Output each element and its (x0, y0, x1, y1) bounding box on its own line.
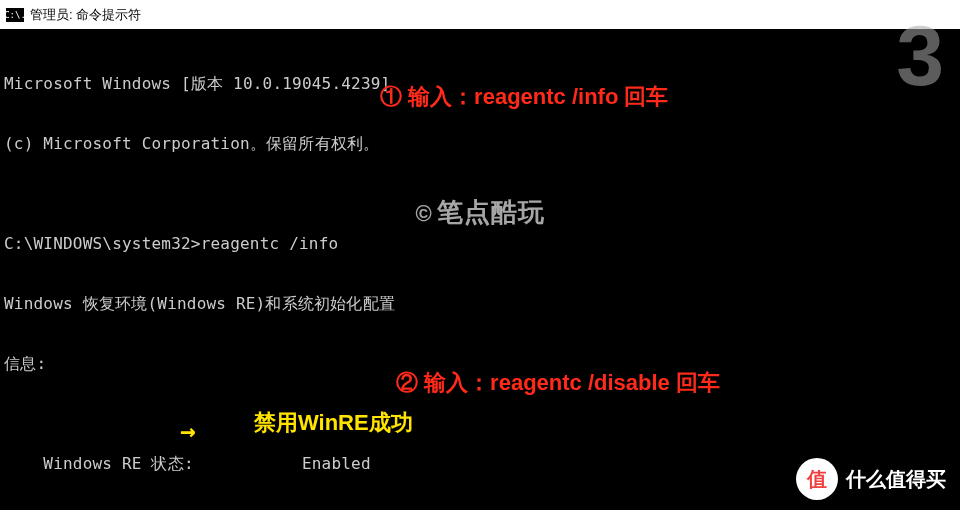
logo-icon: 值 (796, 458, 838, 500)
out-line: Windows 恢复环境(Windows RE)和系统初始化配置 (4, 294, 956, 314)
annotation-step-2: ② 输入：reagentc /disable 回车 (396, 368, 720, 398)
copyright-icon: © (415, 201, 432, 226)
step-number-watermark: 3 (896, 6, 944, 105)
arrow-icon: → (180, 416, 196, 446)
window-title: 管理员: 命令提示符 (30, 6, 141, 24)
annotation-step-1: ① 输入：reagentc /info 回车 (380, 82, 668, 112)
titlebar[interactable]: C:\. 管理员: 命令提示符 (0, 0, 960, 30)
brand-watermark: 值 什么值得买 (796, 458, 946, 500)
prompt-line: C:\WINDOWS\system32>reagentc /info (4, 234, 956, 254)
center-watermark: ©笔点酷玩 (0, 195, 960, 230)
command-prompt-window: C:\. 管理员: 命令提示符 Microsoft Windows [版本 10… (0, 0, 960, 510)
out-line: (c) Microsoft Corporation。保留所有权利。 (4, 134, 956, 154)
watermark-text: 笔点酷玩 (437, 197, 545, 227)
cmd-icon: C:\. (6, 8, 24, 22)
annotation-success: 禁用WinRE成功 (254, 408, 413, 438)
logo-text: 什么值得买 (846, 466, 946, 493)
